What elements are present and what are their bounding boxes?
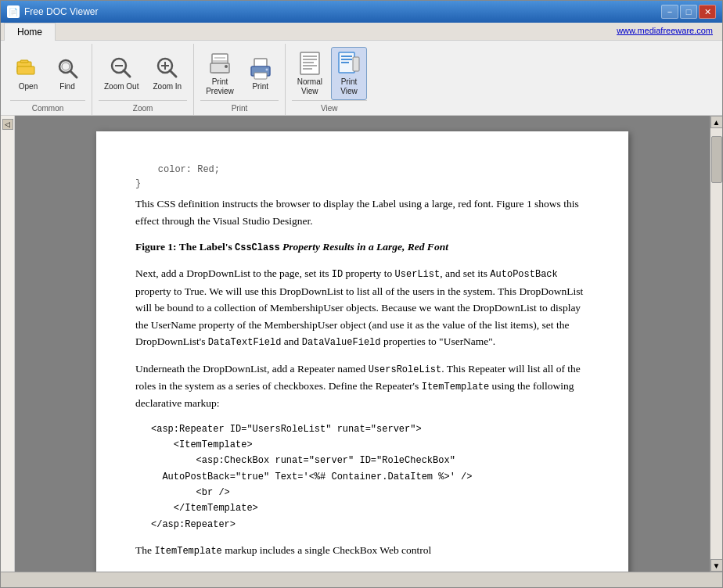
svg-rect-22 — [254, 73, 267, 79]
zoom-out-icon — [109, 56, 134, 81]
title-bar: 📄 Free DOC Viewer − □ ✕ — [1, 1, 722, 23]
zoom-out-button[interactable]: Zoom Out — [99, 52, 144, 95]
inline-usersrolelist: UsersRoleList — [369, 364, 442, 375]
svg-point-19 — [225, 65, 228, 68]
media-freeware-link[interactable]: www.mediafreeware.com — [610, 23, 719, 38]
svg-rect-1 — [20, 60, 28, 63]
svg-line-8 — [124, 70, 130, 77]
view-group-label: View — [292, 100, 367, 115]
svg-line-12 — [170, 70, 176, 77]
paragraph-css-desc: This CSS definition instructs the browse… — [135, 195, 589, 229]
inline-id: ID — [332, 269, 343, 280]
open-button[interactable]: Open — [10, 52, 46, 95]
left-panel: ◁ — [1, 116, 15, 572]
find-button[interactable]: Find — [49, 52, 85, 95]
inline-userlist: UserList — [395, 269, 441, 280]
print-preview-icon — [207, 51, 232, 76]
zoom-out-label: Zoom Out — [104, 82, 138, 91]
common-buttons: Open Find — [10, 44, 85, 100]
svg-rect-29 — [303, 68, 312, 70]
figure-title-text: Figure 1: The Label's — [135, 241, 235, 253]
figure-title-suffix: Property Results in a Large, Red Font — [280, 241, 448, 253]
print-view-icon — [336, 51, 362, 76]
svg-point-23 — [265, 69, 268, 71]
print-view-button[interactable]: PrintView — [331, 47, 367, 100]
svg-rect-35 — [353, 57, 359, 71]
inline-itemtemplate: ItemTemplate — [422, 382, 489, 393]
find-icon — [55, 56, 80, 81]
minimize-button[interactable]: − — [661, 5, 678, 19]
code-block-repeater: <asp:Repeater ID="UsersRoleList" runat="… — [151, 421, 589, 533]
svg-rect-14 — [214, 57, 225, 59]
svg-rect-2 — [17, 66, 34, 74]
print-label: Print — [252, 82, 268, 91]
print-button[interactable]: Print — [243, 52, 279, 95]
ribbon-group-view: NormalView — [286, 44, 373, 115]
print-view-label: PrintView — [340, 77, 358, 96]
svg-line-5 — [70, 71, 77, 77]
ribbon-group-print: PrintPreview Print — [194, 44, 286, 115]
svg-rect-34 — [341, 62, 349, 63]
scroll-thumb[interactable] — [711, 136, 722, 183]
figure-title: Figure 1: The Label's CssClass Property … — [135, 238, 589, 256]
app-icon: 📄 — [7, 5, 20, 18]
svg-rect-33 — [341, 59, 352, 60]
zoom-in-icon — [155, 56, 180, 81]
ribbon-group-common: Open Find Common — [4, 44, 92, 115]
print-buttons: PrintPreview Print — [200, 44, 279, 100]
title-bar-left: 📄 Free DOC Viewer — [7, 5, 98, 18]
inline-itemtemplate2: ItemTemplate — [154, 546, 221, 557]
print-preview-button[interactable]: PrintPreview — [200, 47, 239, 100]
print-icon — [248, 56, 273, 81]
zoom-group-label: Zoom — [99, 100, 187, 115]
view-buttons: NormalView — [292, 44, 367, 100]
normal-view-icon — [297, 51, 322, 76]
close-button[interactable]: ✕ — [699, 5, 716, 19]
window-controls: − □ ✕ — [661, 5, 716, 19]
print-group-label: Print — [200, 100, 279, 115]
paragraph-repeater: Underneath the DropDownList, add a Repea… — [135, 360, 589, 412]
inline-datavaluefield: DataValueField — [302, 337, 381, 348]
find-label: Find — [59, 82, 74, 91]
normal-view-button[interactable]: NormalView — [292, 47, 328, 100]
tab-home[interactable]: Home — [4, 23, 56, 41]
status-bar — [1, 572, 722, 587]
inline-datatextfield: DataTextField — [208, 337, 282, 348]
svg-rect-28 — [303, 65, 317, 66]
zoom-buttons: Zoom Out Zoom In — [99, 44, 187, 100]
svg-rect-25 — [303, 56, 317, 57]
panel-toggle-icon[interactable]: ◁ — [2, 119, 13, 130]
figure-cssclass-code: CssClass — [235, 242, 280, 253]
open-icon — [16, 56, 41, 81]
window-title: Free DOC Viewer — [24, 6, 98, 17]
code-continuation: color: Red; } — [135, 161, 589, 192]
scroll-track[interactable] — [710, 128, 722, 559]
svg-rect-18 — [213, 60, 227, 63]
scroll-down-button[interactable]: ▼ — [710, 559, 723, 572]
svg-point-4 — [62, 63, 70, 70]
svg-rect-27 — [303, 62, 314, 63]
print-preview-label: PrintPreview — [206, 77, 234, 96]
maximize-button[interactable]: □ — [680, 5, 697, 19]
document-scroll[interactable]: color: Red; } This CSS definition instru… — [15, 116, 710, 572]
ribbon-group-zoom: Zoom Out Zoom In — [92, 44, 194, 115]
normal-view-label: NormalView — [297, 77, 322, 96]
document-content: color: Red; } This CSS definition instru… — [135, 161, 589, 559]
inline-autopostback: AutoPostBack — [490, 269, 557, 280]
paragraph-dropdown: Next, add a DropDownList to the page, se… — [135, 265, 589, 350]
ribbon-tab-bar: Home www.mediafreeware.com — [1, 23, 722, 41]
paragraph-itemtemplate-desc: The ItemTemplate markup includes a singl… — [135, 542, 589, 559]
zoom-in-button[interactable]: Zoom In — [147, 52, 187, 95]
open-label: Open — [19, 82, 38, 91]
ribbon: Home www.mediafreeware.com — [1, 23, 722, 116]
app-window: 📄 Free DOC Viewer − □ ✕ Home www.mediafr… — [0, 0, 723, 588]
svg-rect-17 — [210, 63, 229, 73]
common-group-label: Common — [10, 100, 85, 115]
ribbon-content: Open Find Common — [1, 41, 722, 115]
svg-rect-32 — [341, 56, 352, 57]
scroll-up-button[interactable]: ▲ — [710, 116, 723, 128]
zoom-in-label: Zoom In — [153, 82, 182, 91]
vertical-scrollbar[interactable]: ▲ ▼ — [710, 116, 722, 572]
document-area: ◁ color: Red; } This CSS definition inst… — [1, 116, 722, 572]
svg-rect-26 — [303, 59, 317, 60]
